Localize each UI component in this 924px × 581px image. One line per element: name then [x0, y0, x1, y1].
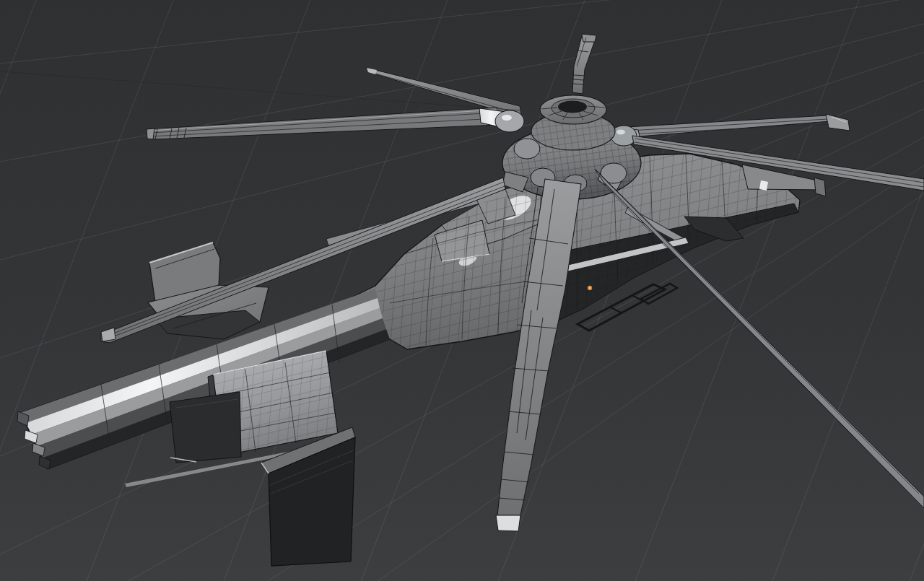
blade-tip	[101, 328, 116, 341]
blade-tip	[496, 515, 520, 531]
grid-line	[0, 0, 924, 64]
tail-marker-highlight	[759, 180, 768, 191]
blade-tip	[147, 128, 154, 139]
tail-endplate[interactable]	[814, 178, 826, 196]
hub-specular	[616, 130, 625, 135]
3d-viewport[interactable]	[0, 0, 924, 581]
near-wing[interactable]	[208, 351, 355, 566]
scene-canvas[interactable]	[0, 0, 924, 581]
fuselage[interactable]	[17, 154, 826, 469]
far-wing-plate[interactable]	[170, 392, 241, 463]
far-stabilizer-wing[interactable]	[148, 243, 269, 339]
rotor-blade-up[interactable]	[572, 34, 596, 94]
grid-line	[0, 0, 173, 581]
blade-tip	[582, 34, 596, 42]
grid-line	[772, 0, 924, 581]
grid-line	[0, 0, 924, 162]
rotor-blade-left[interactable]	[147, 108, 498, 139]
grid-line	[635, 0, 859, 581]
rotor-blade-upper-left[interactable]	[0, 68, 522, 118]
hub-specular	[502, 115, 512, 121]
rotor-blade-upper-right[interactable]	[627, 114, 850, 137]
grid-line	[0, 0, 36, 581]
hub-center-hole	[558, 101, 587, 113]
object-origin-core	[589, 287, 591, 289]
blade-tip	[826, 114, 850, 131]
